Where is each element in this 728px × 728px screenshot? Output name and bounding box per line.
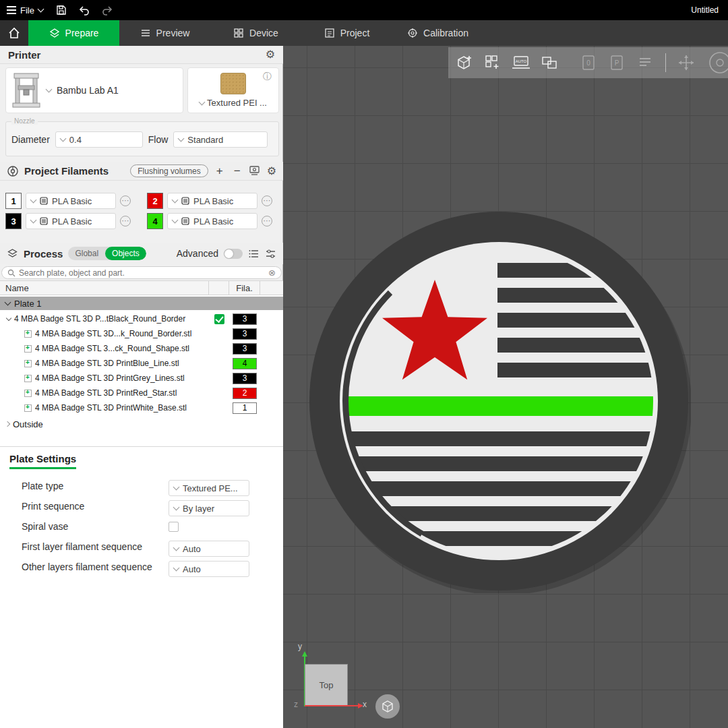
split-objects-icon[interactable] (537, 51, 562, 75)
tab-device[interactable]: Device (210, 20, 301, 46)
filament-settings-gear-icon[interactable]: ⚙ (267, 166, 276, 177)
part-fila-badge[interactable]: 1 (233, 402, 257, 414)
scope-objects-button[interactable]: Objects (105, 247, 146, 260)
tree-row-part[interactable]: 4 MBA Badge STL 3D PrintRed_Star.stl 2 (0, 386, 283, 400)
filament-1-select[interactable]: PLA Basic (26, 193, 116, 209)
filament-1-more-icon[interactable] (120, 195, 131, 206)
scope-global-button[interactable]: Global (68, 247, 105, 260)
print-sequence-select[interactable]: By layer (169, 500, 249, 516)
flushing-volumes-button[interactable]: Flushing volumes (130, 164, 208, 177)
advanced-toggle[interactable] (224, 249, 243, 259)
filament-slot-1: 1 PLA Basic (5, 193, 131, 209)
add-filament-button[interactable]: + (214, 164, 226, 178)
filament-3-more-icon[interactable] (120, 216, 131, 226)
toolbar-divider (665, 53, 666, 72)
filament-slot-4: 4 PLA Basic (147, 213, 272, 229)
printer-selector[interactable]: Bambu Lab A1 (5, 67, 183, 113)
part-fila-badge[interactable]: 3 (233, 328, 257, 340)
flushing-volumes-label: Flushing volumes (138, 166, 200, 176)
device-icon (233, 28, 244, 38)
text-lines-icon[interactable] (633, 51, 657, 75)
tree-row-part[interactable]: 4 MBA Badge STL 3D...k_Round_Border.stl … (0, 326, 283, 341)
p-doc-icon[interactable]: P (605, 51, 629, 75)
part-label: 4 MBA Badge STL 3D...k_Round_Border.stl (35, 329, 191, 338)
filament-3-select[interactable]: PLA Basic (26, 213, 116, 229)
move-tool-icon[interactable] (674, 51, 698, 75)
tab-calibration[interactable]: Calibration (392, 20, 483, 46)
flow-select[interactable]: Standard (173, 131, 268, 148)
object-visible-checkbox[interactable] (214, 314, 224, 324)
orientation-ball[interactable] (375, 694, 400, 719)
search-input[interactable] (19, 268, 265, 278)
tab-project[interactable]: Project (301, 20, 392, 46)
tree-row-outside[interactable]: Outside (0, 417, 283, 431)
auto-orient-icon[interactable]: AUTO (509, 51, 533, 75)
svg-text:0: 0 (586, 59, 590, 67)
remove-filament-button[interactable]: − (231, 164, 243, 178)
part-label: 4 MBA Badge STL 3...ck_Round_Shape.stl (35, 344, 189, 353)
view-cube[interactable]: Top (305, 664, 348, 706)
tree-row-part[interactable]: 4 MBA Badge STL 3...ck_Round_Shape.stl 3 (0, 341, 283, 356)
search-bar[interactable]: ⊗ (1, 266, 282, 279)
column-tail-header (260, 281, 283, 295)
viewport-3d[interactable]: AUTO 0 P (283, 46, 728, 728)
view-cube-label: Top (320, 680, 334, 690)
list-view-icon[interactable] (248, 248, 260, 260)
filament-2-more-icon[interactable] (262, 195, 272, 206)
part-icon (24, 404, 32, 412)
tree-row-plate[interactable]: Plate 1 (0, 297, 283, 310)
undo-button[interactable] (73, 0, 96, 20)
build-plate-selector[interactable]: ⓘ Textured PEI ... (187, 67, 279, 113)
filament-type-icon (40, 197, 48, 205)
printer-settings-gear-icon[interactable]: ⚙ (266, 49, 275, 60)
tree-row-object[interactable]: 4 MBA Badge STL 3D P...tBlack_Round_Bord… (0, 311, 283, 326)
filament-3-color-chip[interactable]: 3 (5, 213, 22, 229)
tune-params-icon[interactable] (265, 248, 276, 260)
spiral-vase-checkbox[interactable] (169, 522, 179, 532)
badge-green-line (327, 396, 671, 416)
plate-thumbnail (220, 73, 246, 94)
part-fila-badge[interactable]: 2 (233, 388, 257, 399)
tree-row-part[interactable]: 4 MBA Badge STL 3D PrintGrey_Lines.stl 3 (0, 371, 283, 386)
filament-2-color-chip[interactable]: 2 (147, 193, 163, 209)
zero-doc-icon[interactable]: 0 (576, 51, 601, 75)
file-menu[interactable]: File (0, 0, 50, 20)
plate-type-select[interactable]: Textured PE... (169, 480, 249, 496)
diameter-select[interactable]: 0.4 (55, 131, 143, 148)
save-button[interactable] (50, 0, 73, 20)
part-fila-badge[interactable]: 3 (233, 373, 257, 384)
tab-calibration-label: Calibration (423, 28, 468, 38)
add-plate-icon[interactable] (481, 51, 505, 75)
part-fila-badge[interactable]: 3 (233, 343, 257, 355)
add-object-icon[interactable] (452, 51, 477, 75)
column-fila-header: Fila. (229, 281, 260, 295)
plate-info-icon[interactable]: ⓘ (263, 71, 272, 83)
filament-1-color-chip[interactable]: 1 (5, 193, 22, 209)
object-fila-badge[interactable]: 3 (233, 313, 257, 325)
filament-2-select[interactable]: PLA Basic (167, 193, 257, 209)
outside-expand-icon[interactable] (5, 421, 10, 427)
tab-preview[interactable]: Preview (119, 20, 210, 46)
document-title: Untitled (691, 5, 719, 15)
filament-4-select[interactable]: PLA Basic (167, 213, 257, 229)
tab-prepare[interactable]: Prepare (28, 20, 119, 46)
tree-row-part[interactable]: 4 MBA Badge STL 3D PrintBlue_Line.stl 4 (0, 356, 283, 371)
redo-button[interactable] (96, 0, 119, 20)
sync-filament-icon[interactable] (249, 165, 260, 177)
other-layers-sequence-select[interactable]: Auto (169, 561, 249, 577)
orbit-tool-icon[interactable] (708, 51, 728, 75)
tree-row-part[interactable]: 4 MBA Badge STL 3D PrintWhite_Base.stl 1 (0, 400, 283, 415)
part-fila-badge[interactable]: 4 (233, 358, 257, 369)
object-expand-icon[interactable] (6, 315, 11, 321)
axis-x-arrow (305, 705, 359, 706)
plate-expand-icon[interactable] (5, 299, 11, 306)
filament-4-more-icon[interactable] (262, 216, 272, 226)
chevron-down-icon (38, 6, 44, 13)
home-icon (8, 27, 20, 39)
search-clear-icon[interactable]: ⊗ (268, 268, 276, 278)
first-layer-sequence-row: First layer filament sequence Auto (0, 541, 283, 557)
filament-4-color-chip[interactable]: 4 (147, 213, 163, 229)
model-badge[interactable] (307, 209, 691, 593)
tab-home[interactable] (0, 20, 28, 46)
first-layer-sequence-select[interactable]: Auto (169, 541, 249, 557)
